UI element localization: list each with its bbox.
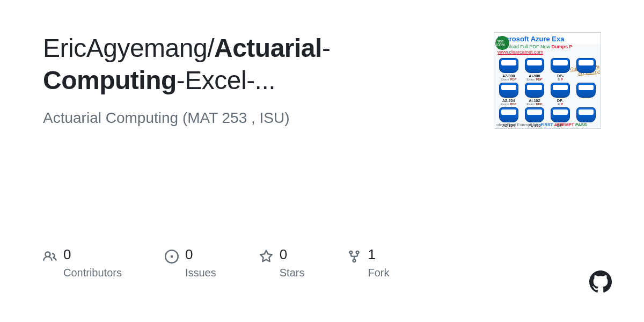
stat-label: Fork <box>368 267 389 279</box>
star-icon <box>259 250 273 264</box>
cert-badge <box>574 83 598 106</box>
cert-badge <box>574 58 598 81</box>
pass-badge: Pass 100% <box>495 36 509 50</box>
repo-name-part: Actuarial <box>214 34 322 62</box>
separator: / <box>207 34 214 62</box>
repo-title[interactable]: EricAgyemang/Actuarial-Computing-Excel-.… <box>43 32 419 97</box>
stat-value: 1 <box>368 247 389 261</box>
repo-owner: EricAgyemang <box>43 34 207 62</box>
stat-value: 0 <box>185 247 216 261</box>
github-logo-icon[interactable] <box>589 270 612 295</box>
thumb-title: Microsoft Azure Exa <box>494 33 601 44</box>
stat-label: Contributors <box>63 267 122 279</box>
repo-name-part: - <box>322 34 330 62</box>
fork-icon <box>347 250 361 264</box>
repo-header: EricAgyemang/Actuarial-Computing-Excel-.… <box>43 32 419 127</box>
stat-label: Issues <box>185 267 216 279</box>
cert-badge: AZ-204Exam PDF <box>496 83 521 106</box>
repo-name-part: -Excel-... <box>177 66 275 94</box>
stat-value: 0 <box>280 247 305 261</box>
stats-row: 0 Contributors 0 Issues 0 Stars <box>43 247 601 279</box>
stat-issues[interactable]: 0 Issues <box>165 247 216 279</box>
stat-stars[interactable]: 0 Stars <box>259 247 305 279</box>
stat-label: Stars <box>280 267 305 279</box>
stat-value: 0 <box>63 247 122 261</box>
cert-badge: DP-E P <box>548 58 573 81</box>
stat-contributors[interactable]: 0 Contributors <box>43 247 122 279</box>
cert-badge: DP-E P <box>548 83 573 106</box>
cert-badge: AI-900Exam PDF <box>522 58 546 81</box>
issue-icon <box>165 250 179 264</box>
cert-badge: AZ-900Exam PDF <box>496 58 521 81</box>
repo-description: Actuarial Computing (MAT 253 , ISU) <box>43 109 419 127</box>
cert-badge: AI-102Exam PDF <box>522 83 546 106</box>
people-icon <box>43 250 57 264</box>
repo-name-part: Computing <box>43 66 177 94</box>
stat-forks[interactable]: 1 Fork <box>347 247 389 279</box>
thumb-footer: otest Real Exam Q&A, FIRST ATTEMPT PASS <box>496 122 587 127</box>
cert-badge-grid: AZ-900Exam PDF AI-900Exam PDF DP-E P AZ-… <box>494 56 601 129</box>
thumb-url: www.clearcatnet.com <box>494 49 601 56</box>
repo-image-thumbnail[interactable]: Pass 100% Microsoft Azure Exa Download F… <box>494 32 601 129</box>
